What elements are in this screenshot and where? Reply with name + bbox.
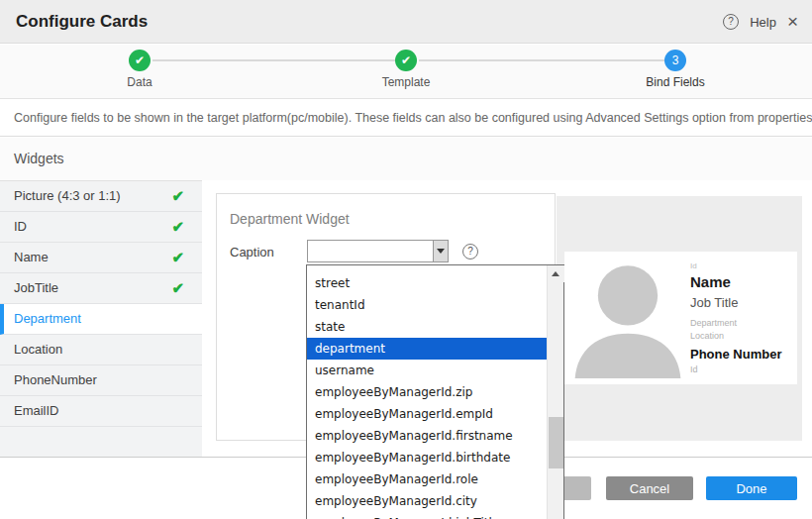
sidebar-item-label: PhoneNumber	[14, 372, 97, 387]
preview-id-bottom: Id	[690, 364, 698, 374]
check-icon: ✔	[171, 243, 184, 272]
preview-id-top: Id	[690, 261, 697, 270]
check-icon: ✔	[135, 53, 145, 67]
check-icon: ✔	[171, 181, 184, 211]
dropdown-option[interactable]: employeeByManagerId.firstname	[307, 425, 547, 447]
step-connector	[419, 59, 664, 61]
dropdown-option[interactable]: employeeByManagerId.empId	[307, 403, 547, 425]
check-icon: ✔	[171, 273, 184, 303]
dropdown-scrollbar[interactable]	[547, 265, 563, 519]
preview-department: Department	[690, 318, 737, 328]
caption-combobox-input[interactable]	[308, 241, 433, 261]
dialog-header: Configure Cards ? Help ×	[0, 0, 812, 44]
help-link[interactable]: Help	[750, 15, 776, 30]
step-bind-fields-label: Bind Fields	[646, 75, 704, 89]
step-bind-fields-circle[interactable]: 3	[664, 50, 686, 71]
configure-cards-dialog: Configure Cards ? Help × ✔ Data ✔ Templa…	[0, 0, 812, 519]
person-silhouette-icon	[570, 258, 685, 378]
caption-combobox[interactable]	[307, 240, 449, 262]
wizard-stepper: ✔ Data ✔ Template 3 Bind Fields	[0, 45, 812, 99]
sidebar-item-label: JobTitle	[14, 280, 58, 295]
step-data-circle[interactable]: ✔	[129, 50, 151, 71]
dropdown-option[interactable]: state	[307, 316, 547, 338]
help-icon[interactable]: ?	[723, 14, 739, 30]
check-icon: ✔	[171, 212, 184, 242]
sidebar-item-label: Department	[14, 311, 81, 326]
header-actions: ? Help ×	[723, 0, 798, 44]
preview-card: Id Name Job Title Department Location Ph…	[564, 252, 797, 384]
preview-name: Name	[690, 273, 731, 290]
scroll-up-icon[interactable]	[548, 265, 564, 282]
preview-job-title: Job Title	[690, 295, 738, 310]
description-band: Configure fields to be shown in the targ…	[0, 100, 812, 137]
sidebar-item-label: Name	[14, 250, 49, 264]
caption-dropdown-list: street tenantId state department usernam…	[306, 264, 564, 519]
close-icon[interactable]: ×	[787, 14, 798, 30]
sidebar-item-emailid[interactable]: EmailID	[0, 396, 202, 427]
sidebar-item-id[interactable]: ID ✔	[0, 212, 202, 243]
caption-help-icon[interactable]: ?	[462, 244, 478, 260]
preview-phone: Phone Number	[690, 347, 781, 362]
cancel-button[interactable]: Cancel	[606, 476, 693, 500]
description-text: Configure fields to be shown in the targ…	[14, 100, 812, 136]
dialog-title: Configure Cards	[16, 0, 148, 44]
sidebar-item-label: ID	[14, 219, 27, 234]
dropdown-option[interactable]: employeeByManagerId.birthdate	[307, 447, 547, 468]
dropdown-option[interactable]: employeeByManagerId.city	[307, 490, 547, 512]
step-data-label: Data	[127, 75, 152, 89]
dropdown-option[interactable]: employeeByManagerId.role	[307, 468, 547, 490]
panel-title: Department Widget	[230, 211, 350, 227]
chevron-down-icon[interactable]	[433, 241, 448, 261]
sidebar-item-label: Location	[14, 342, 62, 357]
sidebar-item-jobtitle[interactable]: JobTitle ✔	[0, 273, 202, 304]
dropdown-option[interactable]: username	[307, 360, 547, 381]
card-preview-area: Id Name Job Title Department Location Ph…	[557, 196, 802, 441]
sidebar-item-label: Picture (4:3 or 1:1)	[14, 188, 121, 203]
sidebar-item-department[interactable]: Department	[0, 304, 202, 335]
step-connector	[152, 59, 395, 61]
dropdown-items: street tenantId state department usernam…	[307, 265, 547, 519]
dropdown-option[interactable]: tenantId	[307, 294, 547, 316]
caption-label: Caption	[230, 245, 274, 260]
widgets-heading-band: Widgets	[0, 138, 812, 180]
sidebar-item-label: EmailID	[14, 403, 59, 418]
dropdown-option[interactable]: employeeByManagerId.zip	[307, 381, 547, 403]
scrollbar-thumb[interactable]	[549, 417, 563, 468]
step-template-circle[interactable]: ✔	[395, 50, 417, 71]
check-icon: ✔	[401, 53, 411, 67]
widgets-heading: Widgets	[14, 138, 64, 180]
dropdown-option[interactable]: street	[307, 272, 547, 294]
dropdown-option[interactable]: employeeByManagerId.jobTitle	[307, 512, 547, 519]
sidebar-item-picture[interactable]: Picture (4:3 or 1:1) ✔	[0, 181, 202, 212]
sidebar-item-name[interactable]: Name ✔	[0, 243, 202, 273]
step-template-label: Template	[382, 75, 431, 89]
done-button[interactable]: Done	[706, 476, 797, 500]
preview-location: Location	[690, 331, 724, 341]
dropdown-option-selected[interactable]: department	[307, 338, 547, 360]
sidebar-item-location[interactable]: Location	[0, 335, 202, 365]
sidebar-item-phonenumber[interactable]: PhoneNumber	[0, 365, 202, 396]
widgets-sidebar: Picture (4:3 or 1:1) ✔ ID ✔ Name ✔ JobTi…	[0, 180, 202, 457]
